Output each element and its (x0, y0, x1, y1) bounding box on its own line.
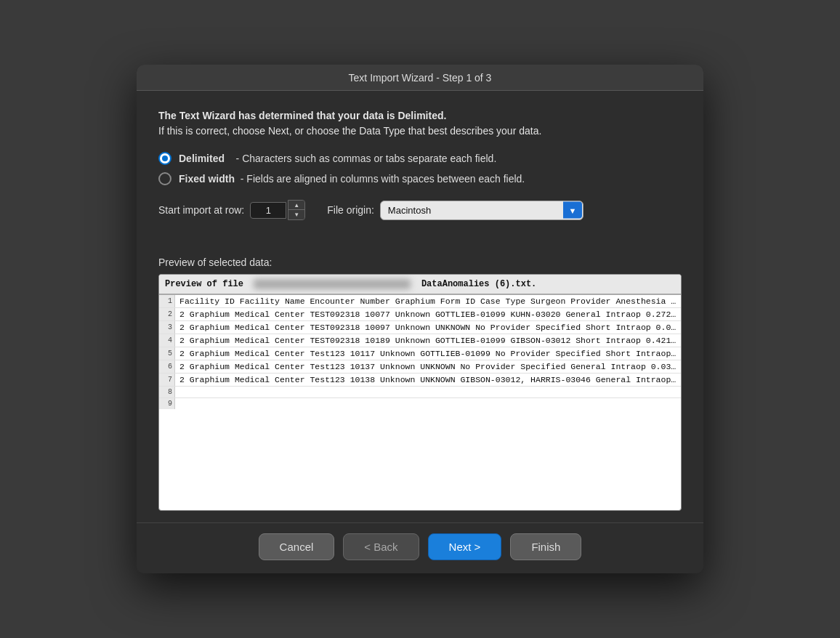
row-number: 7 (159, 373, 175, 386)
table-row: 72 Graphium Medical Center Test123 10138… (159, 373, 681, 387)
data-type-radio-group: Delimited - Characters such as commas or… (158, 152, 682, 185)
spin-down-button[interactable]: ▼ (288, 210, 304, 219)
next-button[interactable]: Next > (428, 533, 502, 560)
table-row: 32 Graphium Medical Center TEST092318 10… (159, 321, 681, 334)
row-content: 2 Graphium Medical Center TEST092318 100… (175, 308, 681, 320)
row-number: 1 (159, 295, 175, 307)
spin-up-button[interactable]: ▲ (288, 201, 304, 210)
row-content: 2 Graphium Medical Center Test123 10137 … (175, 360, 681, 373)
preview-table-container: Preview of file DataAnomalies (6).txt. 1… (158, 274, 682, 511)
table-row: 22 Graphium Medical Center TEST092318 10… (159, 308, 681, 321)
radio-delimited[interactable] (158, 152, 171, 165)
title-bar: Text Import Wizard - Step 1 of 3 (137, 65, 703, 91)
row-number: 3 (159, 321, 175, 334)
preview-filename: DataAnomalies (6).txt. (421, 279, 536, 289)
row-number: 6 (159, 360, 175, 373)
table-row: 8 (159, 387, 681, 398)
table-row: 42 Graphium Medical Center TEST092318 10… (159, 334, 681, 347)
import-options-row: Start import at row: ▲ ▼ File origin: Ma… (158, 200, 682, 220)
row-content (175, 387, 184, 397)
preview-data: 1Facility ID Facility Name Encounter Num… (159, 295, 681, 409)
spacer (158, 235, 682, 257)
preview-header-row: Preview of file DataAnomalies (6).txt. (159, 275, 681, 295)
preview-filepath-blurred (254, 279, 411, 289)
radio-fixed-width-label: Fixed width - Fields are aligned in colu… (179, 173, 525, 185)
radio-row-fixed-width[interactable]: Fixed width - Fields are aligned in colu… (158, 172, 682, 185)
row-content: 2 Graphium Medical Center TEST092318 101… (175, 334, 681, 347)
row-number: 4 (159, 334, 175, 347)
cancel-button[interactable]: Cancel (259, 533, 335, 560)
file-origin-select-wrapper: Macintosh Windows DOS Unicode ▼ (380, 201, 583, 220)
preview-label: Preview of selected data: (158, 257, 682, 268)
description-bold: The Text Wizard has determined that your… (158, 110, 446, 121)
file-origin-label: File origin: (327, 204, 374, 216)
row-content: Facility ID Facility Name Encounter Numb… (175, 295, 681, 307)
start-import-input[interactable] (250, 202, 286, 219)
row-number: 9 (159, 398, 175, 409)
dialog-title: Text Import Wizard - Step 1 of 3 (349, 72, 492, 84)
row-content: 2 Graphium Medical Center Test123 10138 … (175, 373, 681, 386)
table-row: 52 Graphium Medical Center Test123 10117… (159, 347, 681, 360)
table-row: 9 (159, 398, 681, 409)
file-origin-group: File origin: Macintosh Windows DOS Unico… (327, 201, 583, 220)
row-content: 2 Graphium Medical Center TEST092318 100… (175, 321, 681, 334)
spin-arrows: ▲ ▼ (288, 200, 305, 220)
back-button[interactable]: < Back (343, 533, 419, 560)
start-import-label: Start import at row: (158, 204, 244, 216)
row-content: 2 Graphium Medical Center Test123 10117 … (175, 347, 681, 360)
table-row: 62 Graphium Medical Center Test123 10137… (159, 360, 681, 373)
row-number: 8 (159, 387, 175, 397)
preview-header-label: Preview of file (165, 279, 243, 289)
row-number: 5 (159, 347, 175, 360)
wizard-description: The Text Wizard has determined that your… (158, 108, 682, 139)
radio-delimited-label: Delimited - Characters such as commas or… (179, 153, 496, 164)
row-content (175, 398, 184, 409)
start-import-spinner[interactable]: ▲ ▼ (250, 200, 305, 220)
start-import-group: Start import at row: ▲ ▼ (158, 200, 305, 220)
dialog-window: Text Import Wizard - Step 1 of 3 The Tex… (137, 65, 703, 573)
radio-row-delimited[interactable]: Delimited - Characters such as commas or… (158, 152, 682, 165)
row-number: 2 (159, 308, 175, 320)
file-origin-select[interactable]: Macintosh Windows DOS Unicode (380, 201, 583, 220)
table-row: 1Facility ID Facility Name Encounter Num… (159, 295, 681, 308)
description-normal: If this is correct, choose Next, or choo… (158, 125, 541, 137)
button-bar: Cancel < Back Next > Finish (137, 522, 703, 573)
dialog-content: The Text Wizard has determined that your… (137, 91, 703, 522)
finish-button[interactable]: Finish (510, 533, 581, 560)
radio-fixed-width[interactable] (158, 172, 171, 185)
